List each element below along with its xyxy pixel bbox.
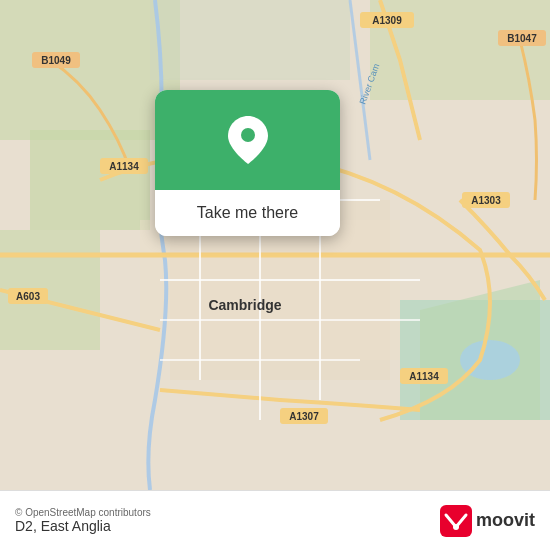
copyright-text: © OpenStreetMap contributors [15, 507, 151, 518]
svg-text:Cambridge: Cambridge [208, 297, 281, 313]
svg-rect-7 [150, 0, 350, 80]
location-name: D2, East Anglia [15, 518, 151, 534]
map-container[interactable]: A1309 B1047 A1134 A1303 B1049 A603 A1307… [0, 0, 550, 490]
popup-card: Take me there [155, 90, 340, 236]
bottom-bar: © OpenStreetMap contributors D2, East An… [0, 490, 550, 550]
svg-text:B1047: B1047 [507, 33, 537, 44]
svg-rect-2 [30, 130, 150, 230]
svg-rect-9 [140, 220, 400, 360]
popup-header [155, 90, 340, 190]
take-me-there-button[interactable]: Take me there [155, 190, 340, 236]
svg-point-41 [453, 524, 459, 530]
moovit-logo: moovit [440, 505, 535, 537]
bottom-info: © OpenStreetMap contributors D2, East An… [15, 507, 151, 534]
svg-text:A1307: A1307 [289, 411, 319, 422]
svg-text:A1303: A1303 [471, 195, 501, 206]
svg-text:A1134: A1134 [409, 371, 439, 382]
svg-rect-40 [440, 505, 472, 537]
moovit-text: moovit [476, 510, 535, 531]
svg-text:B1049: B1049 [41, 55, 71, 66]
svg-text:A603: A603 [16, 291, 40, 302]
map-background: A1309 B1047 A1134 A1303 B1049 A603 A1307… [0, 0, 550, 490]
svg-point-39 [241, 128, 255, 142]
moovit-icon [440, 505, 472, 537]
location-pin-icon [228, 116, 268, 164]
svg-text:A1309: A1309 [372, 15, 402, 26]
svg-text:A1134: A1134 [109, 161, 139, 172]
